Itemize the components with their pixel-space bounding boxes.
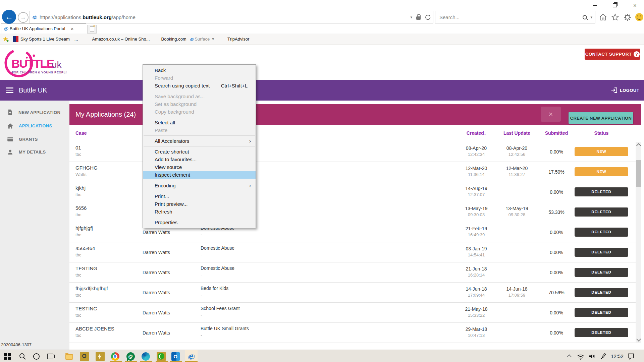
favorite-sky-sports[interactable]: Sky Sports 1 Live Stream... [20,37,78,42]
volume-button[interactable] [586,350,598,362]
gold-o-app-button[interactable]: O [79,352,89,361]
panel-dismiss-button[interactable]: × [541,107,561,122]
context-menu-item[interactable]: All Accelerators › [143,137,256,145]
new-tab-button[interactable] [87,25,97,34]
column-header-last-update[interactable]: Last Update [497,128,537,138]
context-menu-item[interactable]: Set as background [143,100,256,108]
context-menu-item[interactable]: View source [143,163,256,171]
created-time: 09:30:03 [456,212,496,217]
menu-item-label: Inspect element [155,172,190,178]
internet-explorer-button[interactable]: e [186,352,196,361]
submitted-cell: 0.00% [536,323,577,343]
menu-item-label: Set as background [155,101,197,107]
edge-button[interactable] [141,352,150,361]
table-row[interactable]: TESTING tbc Darren Watts School Fees Gra… [69,303,636,323]
outlook-button[interactable]: O [171,352,180,361]
refresh-icon[interactable] [425,14,431,20]
logout-button[interactable]: LOGOUT [610,80,639,101]
table-row[interactable]: 4565464 tbc Darren Watts Domestic Abuse … [69,242,636,262]
favorite-booking[interactable]: Booking.com [161,37,186,42]
restore-button[interactable] [608,1,621,9]
favorites-star-icon[interactable]: ★ [3,35,8,43]
sidebar-item-my-details[interactable]: MY DETAILS [0,145,69,159]
updated-time: 11:36:27 [497,172,537,177]
status-cell: DELETED [575,268,628,277]
context-menu-item[interactable]: Back [143,66,256,74]
column-header-status[interactable]: Status [575,128,628,138]
cortana-button[interactable] [32,352,41,361]
page-scrollbar[interactable] [636,142,641,343]
search-input[interactable] [435,11,568,23]
sidebar-item-new-application[interactable]: NEW APPLICATION [0,106,69,119]
created-cell: 08-Apr-20 12:42:34 [456,145,496,157]
context-menu-item[interactable]: Paste [143,126,256,134]
case-cell: 5656 tbc [75,205,87,217]
column-header-case[interactable]: Case [75,128,87,138]
start-button[interactable] [3,352,12,361]
favorites-button[interactable] [610,12,620,22]
context-menu-item[interactable]: Inspect element [143,171,256,179]
search-dropdown-icon[interactable]: ▾ [590,15,592,19]
back-button[interactable]: ← [2,10,16,24]
address-dropdown-icon[interactable]: ▾ [410,15,412,19]
context-menu-item[interactable]: Print preview... [143,200,256,208]
context-menu-item[interactable]: Encoding › [143,182,256,189]
action-center-button[interactable] [625,350,637,362]
context-menu-item[interactable]: Add to favourites... [143,156,256,163]
google-chat-button[interactable]: @ [126,352,135,361]
grant-name: Domestic Abuse [201,265,234,271]
task-view-button[interactable] [46,352,55,361]
file-explorer-button[interactable] [64,352,74,361]
column-header-submitted[interactable]: Submitted [536,128,577,138]
close-button[interactable]: × [629,1,641,9]
taskbar-search-button[interactable] [18,352,27,361]
sidebar-item-grants[interactable]: GRANTS [0,132,69,146]
settings-button[interactable] [623,12,632,22]
scroll-up-button[interactable] [636,142,641,148]
menu-button[interactable] [6,87,13,93]
chrome-button[interactable] [110,352,120,361]
gold-bolt-app-button[interactable] [95,352,105,361]
context-menu-item[interactable]: Save background as... [143,93,256,100]
column-header-created[interactable]: Created↓ [456,128,496,138]
wifi-button[interactable] [575,350,586,362]
contact-support-button[interactable]: CONTACT SUPPORT ? [585,49,640,60]
context-menu-item[interactable]: Search using copied text Ctrl+Shift+L [143,82,256,89]
table-row[interactable]: fhjgsdfjkhgfhgf tbc Darren Watts Beds fo… [69,283,636,303]
context-menu-item[interactable]: Refresh [143,208,256,216]
scrollbar-thumb[interactable] [636,160,641,187]
minimize-button[interactable] [588,1,601,9]
case-sub-label: tbc [75,313,97,318]
submitted-cell: 0.00% [536,142,577,162]
forward-button[interactable]: → [18,12,29,23]
favorite-surface[interactable]: e Surface ▼ [191,37,215,42]
clock[interactable]: 12:52 [609,350,625,362]
pen-button[interactable] [598,350,609,362]
tray-expand-button[interactable] [564,350,575,362]
tab-close-icon[interactable]: × [71,26,74,32]
table-row[interactable]: TESTING tbc Darren Watts Domestic Abuse … [69,262,636,283]
context-menu-item[interactable]: Select all [143,119,256,126]
menu-item-label: Add to favourites... [155,157,197,162]
address-bar[interactable]: e https://applications.buttleuk.org/app/… [30,11,433,23]
context-menu-item[interactable]: Properties [143,219,256,226]
context-menu-item[interactable]: Copy background [143,108,256,116]
context-menu-item[interactable]: Create shortcut [143,148,256,156]
scroll-down-button[interactable] [636,336,641,343]
case-sub-label: tbc [75,273,97,278]
tab-buttle-uk-portal[interactable]: e Buttle UK Applications Portal × [1,23,86,34]
whatsapp-button[interactable] [156,352,166,361]
favorite-amazon[interactable]: Amazon.co.uk – Online Sho... [92,37,150,42]
create-new-application-button[interactable]: CREATE NEW APPLICATION [569,112,633,124]
feedback-button[interactable] [635,12,644,22]
search-icon[interactable] [583,15,587,19]
table-row[interactable]: ABCDE JOENES tbc Darren Watts Buttle UK … [69,323,636,343]
case-sub-label: tbc [75,232,93,237]
submitted-cell: 0.00% [536,242,577,262]
favorite-tripadvisor[interactable]: TripAdvisor [227,37,249,42]
sidebar-item-applications[interactable]: APPLICATIONS [0,119,69,132]
home-button[interactable] [598,12,608,22]
case-sub-label: tbc [75,252,95,257]
context-menu-item[interactable]: Print... [143,192,256,200]
context-menu-item[interactable]: Forward [143,74,256,82]
